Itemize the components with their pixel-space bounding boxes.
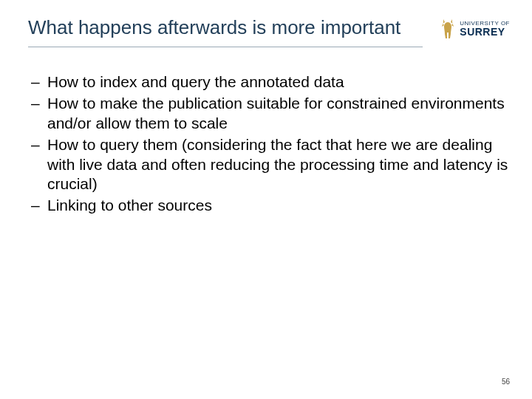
title-divider (28, 47, 423, 47)
logo-text: UNIVERSITY OF SURREY (460, 21, 510, 37)
bullet-dash: – (31, 135, 47, 195)
list-item: – How to make the publication suitable f… (31, 94, 510, 134)
list-item: – How to index and query the annotated d… (31, 72, 510, 92)
slide-header: What happens afterwards is more importan… (28, 16, 510, 47)
bullet-dash: – (31, 196, 47, 216)
list-item: – Linking to other sources (31, 196, 510, 216)
title-wrap: What happens afterwards is more importan… (28, 16, 439, 47)
page-number: 56 (502, 378, 510, 386)
bullet-text: How to index and query the annotated dat… (47, 72, 510, 92)
slide: What happens afterwards is more importan… (0, 0, 532, 399)
bullet-text: How to make the publication suitable for… (47, 94, 510, 134)
bullet-dash: – (31, 94, 47, 134)
university-logo: UNIVERSITY OF SURREY (439, 18, 510, 40)
list-item: – How to query them (considering the fac… (31, 135, 510, 195)
bullet-dash: – (31, 72, 47, 92)
slide-title: What happens afterwards is more importan… (28, 16, 439, 44)
bullet-text: How to query them (considering the fact … (47, 135, 510, 195)
stag-icon (439, 18, 457, 40)
bullet-text: Linking to other sources (47, 196, 510, 216)
logo-bottom-text: SURREY (460, 27, 510, 37)
bullet-list: – How to index and query the annotated d… (28, 72, 510, 216)
